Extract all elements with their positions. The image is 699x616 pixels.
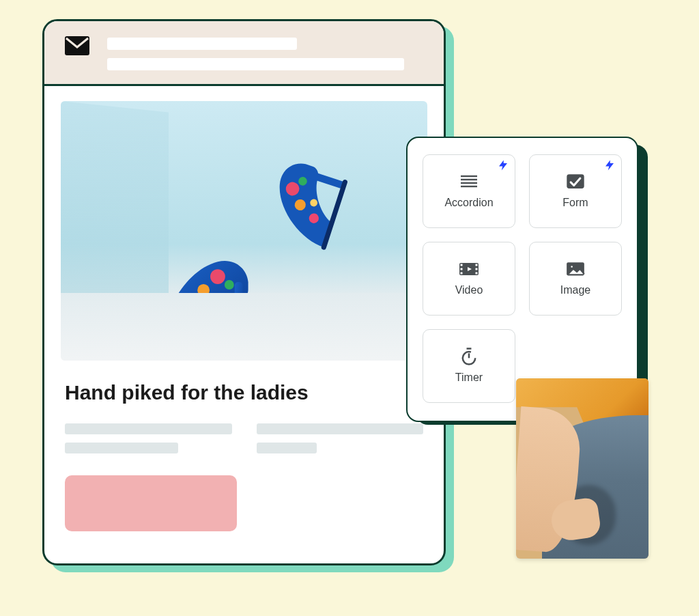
- svg-point-2: [210, 269, 225, 284]
- widget-label: Timer: [455, 372, 483, 384]
- email-headline: Hand piked for the ladies: [65, 381, 423, 404]
- svg-rect-1: [235, 282, 243, 329]
- svg-point-5: [188, 304, 199, 315]
- header-line: [107, 38, 297, 50]
- lightning-icon: [497, 159, 509, 171]
- accordion-icon: [459, 173, 479, 190]
- form-icon: [565, 173, 586, 190]
- svg-point-4: [225, 280, 234, 290]
- widget-label: Form: [562, 197, 588, 209]
- svg-rect-20: [461, 264, 463, 266]
- svg-rect-22: [461, 272, 463, 275]
- svg-point-27: [570, 265, 573, 268]
- svg-rect-21: [461, 268, 463, 270]
- widget-tile-video[interactable]: Video: [423, 242, 515, 316]
- svg-rect-23: [476, 264, 478, 266]
- widget-tile-form[interactable]: Form: [529, 154, 622, 228]
- widget-label: Video: [455, 284, 483, 296]
- body-text-placeholder: [61, 423, 427, 453]
- lightning-icon: [603, 159, 616, 171]
- widget-tile-image[interactable]: Image: [529, 242, 622, 316]
- envelope-icon: [65, 36, 89, 58]
- svg-rect-24: [476, 268, 478, 270]
- widget-label: Image: [560, 284, 590, 296]
- email-header: [44, 21, 444, 86]
- svg-rect-25: [476, 272, 478, 275]
- widget-label: Accordion: [444, 197, 493, 209]
- video-icon: [459, 261, 479, 277]
- widget-tile-accordion[interactable]: Accordion: [423, 154, 515, 228]
- photo-thumbnail[interactable]: [516, 378, 648, 559]
- email-body: Hand piked for the ladies: [44, 86, 444, 563]
- svg-rect-17: [567, 175, 584, 189]
- header-line: [107, 58, 404, 70]
- svg-point-3: [197, 284, 210, 296]
- cta-button[interactable]: [65, 475, 237, 531]
- widget-tile-timer[interactable]: Timer: [423, 329, 515, 403]
- image-icon: [565, 261, 586, 277]
- email-card: Hand piked for the ladies: [42, 19, 446, 565]
- timer-icon: [459, 348, 479, 365]
- hero-image: [61, 101, 427, 361]
- svg-point-6: [206, 300, 214, 308]
